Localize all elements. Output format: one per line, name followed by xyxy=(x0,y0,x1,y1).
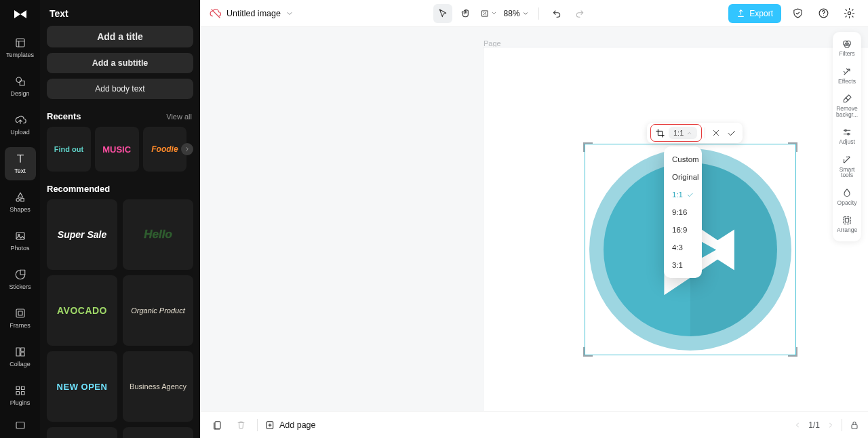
rail-collapse[interactable] xyxy=(5,414,36,438)
collapse-icon xyxy=(14,419,26,431)
export-button[interactable]: Export xyxy=(728,4,781,23)
settings-button[interactable] xyxy=(840,4,859,23)
crop-toolbar: 1:1 xyxy=(647,123,743,143)
zoom-level[interactable]: 88% xyxy=(502,9,530,18)
opacity-tool[interactable]: Opacity xyxy=(837,186,857,209)
text-icon xyxy=(14,153,26,165)
rail-label: Collage xyxy=(9,361,31,367)
text-style-tile[interactable] xyxy=(123,427,193,438)
design-icon xyxy=(14,75,26,87)
add-body-text-button[interactable]: Add body text xyxy=(47,79,193,99)
svg-rect-0 xyxy=(16,39,24,47)
ratio-option[interactable]: Custom xyxy=(664,151,702,168)
app-nav-rail: Templates Design Upload Text Shapes Phot… xyxy=(0,0,40,438)
main-area: Untitled image 88% Export Page 1 xyxy=(200,0,868,438)
help-button[interactable] xyxy=(814,4,833,23)
recent-item[interactable]: Foodie xyxy=(143,127,187,172)
rail-collage[interactable]: Collage xyxy=(5,340,36,374)
crop-icon[interactable] xyxy=(655,128,665,138)
ratio-option[interactable]: 3:1 xyxy=(664,256,702,274)
svg-rect-29 xyxy=(215,421,220,429)
rail-photos[interactable]: Photos xyxy=(5,224,36,258)
adjust-tool[interactable]: Adjust xyxy=(839,125,855,148)
svg-rect-7 xyxy=(16,309,24,317)
document-name[interactable]: Untitled image xyxy=(226,9,281,18)
crop-cancel-button[interactable] xyxy=(709,125,724,140)
add-subtitle-button[interactable]: Add a subtitle xyxy=(47,53,193,73)
redo-button[interactable] xyxy=(570,4,589,23)
rail-label: Text xyxy=(14,167,26,174)
text-style-tile[interactable]: NEW OPEN xyxy=(47,351,117,422)
hand-tool[interactable] xyxy=(456,4,475,23)
canvas-area[interactable]: Page 1 ••• 1:1 xyxy=(200,27,868,411)
text-style-tile[interactable]: Organic Product xyxy=(123,275,193,346)
ratio-option[interactable]: 1:1 xyxy=(664,186,702,203)
crop-confirm-button[interactable] xyxy=(724,125,738,140)
chevron-down-icon[interactable] xyxy=(285,9,294,18)
wand-icon xyxy=(842,155,852,165)
rail-text[interactable]: Text xyxy=(5,147,36,180)
rail-shapes[interactable]: Shapes xyxy=(5,186,36,219)
shield-button[interactable] xyxy=(788,4,807,23)
text-style-tile[interactable]: Super Sale xyxy=(47,199,117,270)
rail-plugins[interactable]: Plugins xyxy=(5,379,36,412)
recommended-heading: Recommended xyxy=(47,184,110,194)
frames-icon xyxy=(14,307,26,319)
svg-rect-31 xyxy=(852,424,857,429)
svg-point-3 xyxy=(16,199,20,202)
add-page-button[interactable]: Add page xyxy=(264,420,316,431)
filters-tool[interactable]: Filters xyxy=(839,37,854,60)
rail-label: Shapes xyxy=(9,206,31,213)
arrange-tool[interactable]: Arrange xyxy=(837,214,857,236)
text-style-tile[interactable]: AVOCADO xyxy=(47,275,117,346)
rail-label: Stickers xyxy=(9,283,31,290)
text-style-tile[interactable]: Business Agency xyxy=(123,351,193,422)
rail-design[interactable]: Design xyxy=(5,70,36,103)
ratio-option[interactable]: 16:9 xyxy=(664,221,702,239)
recommended-grid: Super Sale Hello AVOCADO Organic Product… xyxy=(40,199,200,438)
aspect-ratio-selector[interactable]: 1:1 xyxy=(669,127,697,139)
effects-tool[interactable]: Effects xyxy=(838,65,856,87)
recent-item[interactable]: Find out xyxy=(47,127,91,172)
recents-next[interactable] xyxy=(181,143,193,155)
check-icon xyxy=(686,191,694,199)
svg-rect-16 xyxy=(16,422,24,429)
resize-tool[interactable] xyxy=(479,4,498,23)
svg-rect-13 xyxy=(21,386,24,390)
chevron-down-icon xyxy=(522,10,529,17)
select-tool[interactable] xyxy=(433,4,452,23)
next-page-button[interactable] xyxy=(827,421,835,429)
rail-upload[interactable]: Upload xyxy=(5,108,36,142)
upload-icon xyxy=(14,114,26,126)
svg-rect-11 xyxy=(20,353,24,356)
eraser-icon xyxy=(842,94,852,104)
ratio-option[interactable]: 4:3 xyxy=(664,239,702,256)
text-style-tile[interactable]: Hello xyxy=(123,199,193,270)
svg-point-6 xyxy=(18,234,19,235)
pages-list-button[interactable] xyxy=(208,416,227,435)
rail-label: Photos xyxy=(10,245,29,252)
svg-rect-14 xyxy=(16,392,20,395)
rail-templates[interactable]: Templates xyxy=(5,31,36,64)
lock-button[interactable] xyxy=(849,420,860,431)
right-tool-rail: Filters Effects Remove backgr... Adjust … xyxy=(833,32,861,241)
delete-page-button[interactable] xyxy=(231,416,250,435)
rail-label: Frames xyxy=(9,322,31,329)
recents-view-all[interactable]: View all xyxy=(166,113,192,121)
rail-stickers[interactable]: Stickers xyxy=(5,263,36,296)
rail-frames[interactable]: Frames xyxy=(5,302,36,335)
ratio-option[interactable]: Original xyxy=(664,168,702,186)
remove-bg-tool[interactable]: Remove backgr... xyxy=(834,92,860,120)
smart-tools[interactable]: Smart tools xyxy=(834,153,860,181)
bottom-bar: Add page 1/1 xyxy=(200,411,868,438)
text-style-tile[interactable] xyxy=(47,427,117,438)
add-title-button[interactable]: Add a title xyxy=(47,26,193,47)
rail-label: Templates xyxy=(6,52,34,58)
aspect-ratio-dropdown: Custom Original 1:1 9:16 16:9 4:3 3:1 xyxy=(664,146,702,278)
ratio-option[interactable]: 9:16 xyxy=(664,203,702,221)
svg-rect-9 xyxy=(16,348,20,356)
undo-button[interactable] xyxy=(547,4,566,23)
prev-page-button[interactable] xyxy=(793,421,802,429)
app-logo[interactable] xyxy=(0,0,40,27)
recent-item[interactable]: MUSIC xyxy=(95,127,139,172)
